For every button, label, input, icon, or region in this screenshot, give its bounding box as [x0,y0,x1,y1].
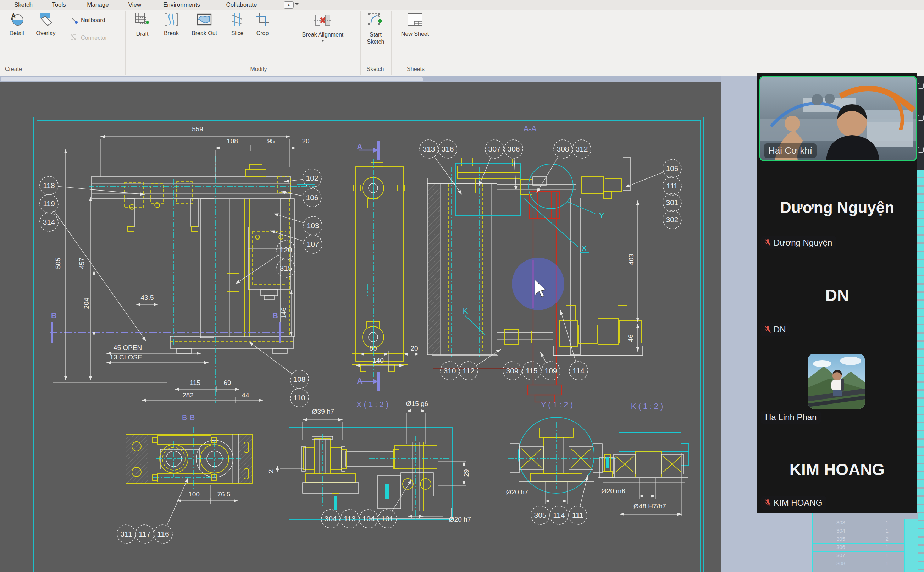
dimension-text: 43.5 [141,294,154,301]
dimension-text: 29 [462,469,470,477]
draft-button[interactable]: Draft [129,12,156,37]
section-letter: B [51,311,57,320]
balloon-number: 116 [157,530,169,538]
break-button[interactable]: Break [160,12,182,37]
dimension-text: 146 [280,307,287,319]
dimension-text: 403 [628,254,635,265]
canvas-scrollbar[interactable] [0,76,721,82]
new-sheet-label: New Sheet [401,31,429,37]
nailboard-button[interactable]: Nailboard [70,16,105,24]
participant-big-name: KIM HOANG [757,460,917,479]
balloon-number: 110 [293,393,305,402]
dimension-text: Ø20 m6 [601,487,625,495]
meeting-sidebar: Hải Cơ khí Dương Nguyện Dương Nguyện DN [757,73,917,513]
overlay-label: Overlay [36,30,55,36]
ribbon-display-caret-icon[interactable] [295,3,299,7]
detail-icon: A [9,12,24,27]
edge-panel-icon[interactable] [918,83,924,89]
break-alignment-dropdown-caret[interactable] [321,40,324,43]
break-icon [164,12,179,27]
ribbon-display-toggle-icon[interactable]: ▲ [284,2,294,9]
bom-row: 3071 [812,552,918,560]
slice-icon [230,12,245,27]
dimension-text: 69 [223,379,231,386]
balloon-number: 104 [362,514,375,523]
slice-button[interactable]: Slice [227,12,248,37]
detail-label: Detail [9,30,24,36]
balloon-number: 304 [324,514,336,523]
ribbon-tab-sketch[interactable]: Sketch [14,2,33,9]
new-sheet-icon [406,12,423,28]
ribbon-tab-collaborate[interactable]: Collaborate [226,2,257,9]
dimension-text: 95 [267,137,274,145]
detail-button[interactable]: A Detail [4,12,29,37]
balloon-number: 109 [544,367,557,375]
dimension-text: 2 [267,469,274,473]
balloon-number: 101 [381,514,393,523]
view-label: X ( 1 : 2 ) [357,400,388,409]
balloon-number: 301 [666,198,678,207]
group-label-modify: Modify [250,66,267,72]
dimension-text: Ø39 h7 [312,408,334,415]
view-label: K ( 1 : 2 ) [631,402,663,410]
connector-label: Connector [81,35,107,41]
participant-name: Dương Nguyện [774,238,832,248]
start-sketch-button[interactable]: Start Sketch [362,12,389,45]
ribbon: SketchToolsManageViewEnvironmentsCollabo… [0,0,924,76]
participant-tile-video[interactable]: Hải Cơ khí [757,73,917,162]
break-alignment-button[interactable]: Break Alignment [293,12,353,43]
detail-letter: Y [599,211,605,220]
spreadsheet-sliver [917,170,924,572]
balloon-number: 102 [306,174,318,182]
participant-tile[interactable]: Ha Linh Phan [757,337,917,424]
dimension-text: 115 [190,379,200,386]
balloon-number: 118 [43,181,54,190]
participant-name-pill: Ha Linh Phan [761,410,821,424]
dimension-text: Ø15 g6 [406,400,428,407]
dimension-text: 457 [78,258,85,269]
balloon-number: 117 [139,530,150,538]
participant-name: Ha Linh Phan [765,412,817,422]
balloon-number: 310 [443,367,456,375]
edge-reactions-icon[interactable] [918,147,924,152]
participant-tile[interactable]: DN DN [757,249,917,337]
edge-participants-icon[interactable] [918,115,924,121]
ribbon-tab-manage[interactable]: Manage [87,2,109,9]
dimension-text: 80 [369,345,377,352]
break-out-button[interactable]: Break Out [184,12,224,37]
detail-letter: X [582,244,587,253]
crop-icon [255,12,270,27]
balloon-number: 105 [666,164,678,173]
overlay-icon [38,12,53,27]
mic-muted-icon [765,239,771,247]
bom-table: 303130413052306130713081 [812,513,918,572]
ribbon-tab-tools[interactable]: Tools [52,2,66,9]
dimension-text: 559 [192,125,203,133]
canvas-background [0,82,721,572]
ribbon-tab-view[interactable]: View [129,2,141,9]
balloon-number: 119 [43,199,54,208]
dimension-text: 45 OPEN [113,344,142,351]
crop-button[interactable]: Crop [251,12,274,37]
view-label: B-B [182,413,195,422]
balloon-number: 311 [120,530,132,538]
balloon-number: 112 [462,367,474,375]
balloon-number: 312 [575,145,588,153]
overlay-button[interactable]: Overlay [33,12,59,37]
new-sheet-button[interactable]: New Sheet [394,12,436,37]
balloon-number: 114 [553,511,565,519]
dimension-text: 13 CLOSE [110,353,142,361]
ribbon-tab-environments[interactable]: Environments [163,2,200,9]
balloon-number: 306 [507,145,519,153]
balloon-number: 111 [667,182,678,190]
balloon-number: 313 [422,145,435,153]
balloon-number: 120 [279,246,292,254]
participant-name: Hải Cơ khí [768,145,812,156]
balloon-number: 107 [307,240,319,248]
drawing-canvas[interactable]: 1181193141021061031071203151081103133163… [0,0,721,572]
webcam-video[interactable]: Hải Cơ khí [760,76,917,162]
participant-tile[interactable]: KIM HOANG KIM HOANG [757,424,917,513]
nailboard-label: Nailboard [81,17,105,23]
participant-tile[interactable]: Dương Nguyện Dương Nguyện [757,162,917,249]
dimension-text: 108 [227,137,238,145]
